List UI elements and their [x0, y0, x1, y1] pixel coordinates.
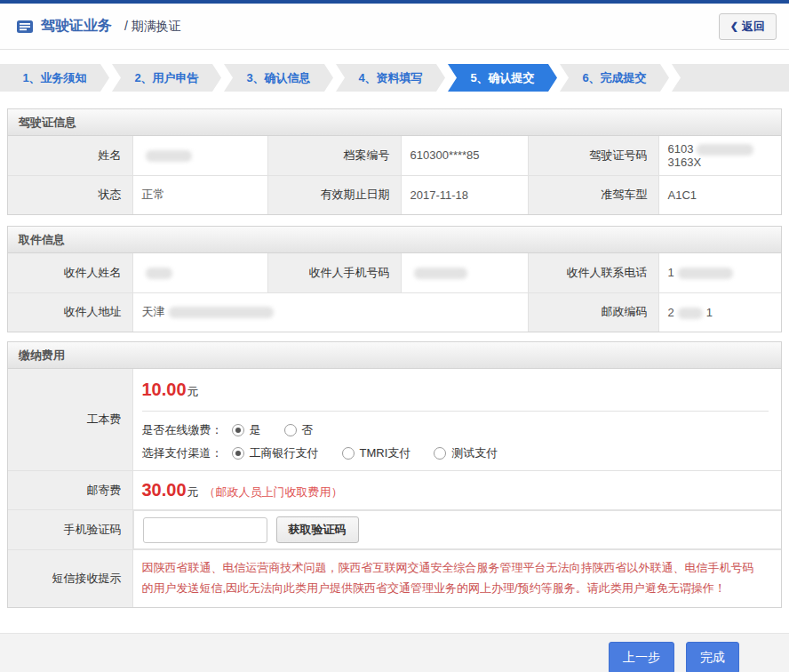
- title-wrap: 驾驶证业务 / 期满换证: [16, 17, 181, 36]
- recipient-address-label: 收件人地址: [8, 292, 132, 332]
- step-bar-tail: [672, 64, 789, 92]
- sms-hint-cell: 因陕西省联通、电信运营商技术问题，陕西省互联网交通安全综合服务管理平台无法向持陕…: [132, 550, 781, 607]
- radio-channel-icbc[interactable]: 工商银行支付: [232, 445, 319, 461]
- vehicle-class-value: A1C1: [658, 175, 781, 214]
- redacted-name: [146, 150, 192, 162]
- recipient-phone-label: 收件人联系电话: [528, 253, 658, 292]
- radio-unselected-icon: [284, 424, 297, 436]
- step-label: 5、确认提交: [470, 70, 534, 86]
- fee-label: 工本费: [8, 369, 132, 471]
- form-list-icon: [16, 20, 34, 34]
- pickup-section-title: 取件信息: [8, 227, 781, 253]
- fee-unit: 元: [187, 385, 199, 398]
- license-number-value: 61033163X: [658, 136, 781, 175]
- license-info-section: 驾驶证信息 姓名 档案编号 610300****85 驾驶证号码 6103316…: [7, 108, 782, 215]
- step-6-complete-submit: 6、完成提交: [560, 64, 669, 92]
- header: 驾驶证业务 / 期满换证 ❮ 返回: [0, 4, 789, 50]
- recipient-address-prefix: 天津: [142, 305, 165, 318]
- online-payment-question-row: 是否在线缴费： 是 否: [142, 422, 769, 438]
- license-info-table: 姓名 档案编号 610300****85 驾驶证号码 61033163X 状态 …: [8, 136, 781, 214]
- postage-label: 邮寄费: [8, 471, 132, 510]
- table-row: 收件人地址 天津 邮政编码 21: [8, 292, 781, 332]
- radio-channel-test[interactable]: 测试支付: [434, 445, 498, 461]
- captcha-input[interactable]: [143, 517, 267, 543]
- license-section-title: 驾驶证信息: [8, 109, 781, 136]
- step-2-user-declaration: 2、用户申告: [112, 64, 221, 92]
- license-number-suffix: 3163X: [668, 156, 702, 169]
- back-button-label: 返回: [742, 19, 765, 35]
- table-row: 手机验证码 获取验证码: [8, 510, 781, 550]
- radio-unselected-icon: [434, 447, 446, 460]
- payment-table: 工本费 10.00元 是否在线缴费： 是 否 选择支付渠道： 工商银行支付 TM…: [8, 369, 781, 607]
- radio-label: 是: [250, 422, 261, 438]
- step-label: 1、业务须知: [22, 70, 86, 86]
- table-row: 收件人姓名 收件人手机号码 收件人联系电话 1: [8, 253, 781, 292]
- recipient-phone-prefix: 1: [668, 266, 674, 279]
- postcode-label: 邮政编码: [528, 292, 658, 332]
- get-captcha-button[interactable]: 获取验证码: [276, 516, 359, 543]
- name-label: 姓名: [8, 136, 132, 175]
- fee-amount-line: 10.00元: [142, 380, 769, 400]
- redacted-recipient-address: [169, 307, 274, 318]
- step-label: 3、确认信息: [246, 70, 310, 86]
- status-value: 正常: [132, 175, 267, 214]
- radio-online-yes[interactable]: 是: [232, 422, 261, 438]
- radio-label: TMRI支付: [360, 445, 411, 461]
- postage-note: （邮政人员上门收取费用）: [204, 485, 343, 499]
- file-number-value: 610300****85: [401, 136, 528, 175]
- radio-selected-icon: [232, 424, 244, 436]
- table-row: 工本费 10.00元 是否在线缴费： 是 否 选择支付渠道： 工商银行支付 TM…: [8, 369, 781, 471]
- sms-hint-text: 因陕西省联通、电信运营商技术问题，陕西省互联网交通安全综合服务管理平台无法向持陕…: [142, 558, 766, 599]
- payment-section-title: 缴纳费用: [8, 342, 781, 369]
- radio-online-no[interactable]: 否: [284, 422, 314, 438]
- table-row: 邮寄费 30.00元（邮政人员上门收取费用）: [8, 471, 781, 510]
- recipient-name-value: [132, 253, 267, 292]
- online-payment-question: 是否在线缴费：: [142, 422, 223, 438]
- step-4-fill-data: 4、资料填写: [336, 64, 445, 92]
- expiry-label: 有效期止日期: [267, 175, 401, 214]
- payment-channel-question: 选择支付渠道：: [142, 445, 223, 461]
- page: 驾驶证业务 / 期满换证 ❮ 返回 1、业务须知 2、用户申告 3、确认信息 4…: [0, 0, 789, 672]
- step-progress-bar: 1、业务须知 2、用户申告 3、确认信息 4、资料填写 5、确认提交 6、完成提…: [0, 64, 789, 92]
- recipient-name-label: 收件人姓名: [8, 253, 132, 292]
- radio-label: 否: [302, 422, 314, 438]
- chevron-left-icon: ❮: [730, 20, 738, 32]
- fee-cell: 10.00元 是否在线缴费： 是 否 选择支付渠道： 工商银行支付 TMRI支付…: [132, 369, 781, 471]
- vehicle-class-label: 准驾车型: [528, 175, 658, 214]
- captcha-label: 手机验证码: [8, 510, 132, 550]
- step-label: 6、完成提交: [582, 70, 646, 86]
- breadcrumb: / 期满换证: [124, 19, 181, 35]
- sms-hint-label: 短信接收提示: [8, 550, 132, 607]
- radio-unselected-icon: [342, 447, 355, 460]
- name-value: [132, 136, 267, 175]
- license-number-prefix: 6103: [668, 142, 694, 156]
- radio-label: 测试支付: [451, 445, 498, 461]
- breadcrumb-divider: /: [124, 19, 128, 33]
- redacted-postcode: [678, 308, 703, 319]
- postage-unit: 元: [187, 485, 199, 499]
- status-label: 状态: [8, 175, 132, 214]
- radio-selected-icon: [232, 447, 244, 460]
- recipient-mobile-value: [401, 253, 528, 292]
- redacted-recipient-phone: [678, 268, 733, 279]
- pickup-info-table: 收件人姓名 收件人手机号码 收件人联系电话 1 收件人地址 天津 邮政编码 21: [8, 253, 781, 332]
- radio-channel-tmri[interactable]: TMRI支付: [342, 445, 411, 461]
- recipient-address-value: 天津: [132, 292, 528, 332]
- expiry-value: 2017-11-18: [401, 175, 528, 214]
- previous-step-button[interactable]: 上一步: [609, 642, 674, 672]
- step-label: 4、资料填写: [358, 70, 422, 86]
- postcode-prefix: 2: [668, 306, 674, 319]
- step-5-confirm-submit-active: 5、确认提交: [448, 64, 557, 92]
- breadcrumb-current: 期满换证: [132, 19, 181, 33]
- table-row: 姓名 档案编号 610300****85 驾驶证号码 61033163X: [8, 136, 781, 175]
- footer-action-bar: 上一步 完成: [0, 633, 789, 672]
- step-3-confirm-info: 3、确认信息: [224, 64, 333, 92]
- fee-amount: 10.00: [142, 380, 187, 399]
- table-row: 状态 正常 有效期止日期 2017-11-18 准驾车型 A1C1: [8, 175, 781, 214]
- step-1-business-notice: 1、业务须知: [0, 64, 109, 92]
- radio-label: 工商银行支付: [250, 445, 319, 461]
- postage-amount: 30.00: [142, 480, 187, 500]
- back-button[interactable]: ❮ 返回: [719, 13, 777, 40]
- finish-button[interactable]: 完成: [686, 642, 739, 672]
- recipient-mobile-label: 收件人手机号码: [267, 253, 401, 292]
